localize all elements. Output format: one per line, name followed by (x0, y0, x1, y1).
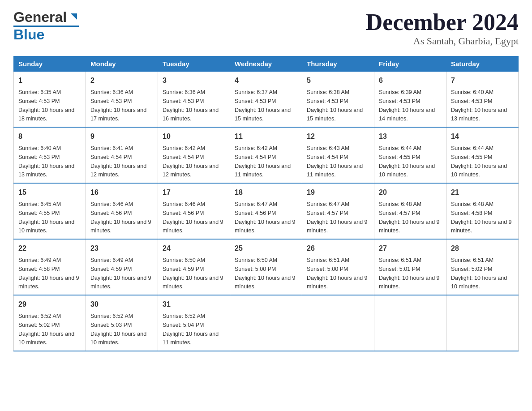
calendar-title: December 2024 (366, 9, 519, 35)
day-sunrise: Sunrise: 6:35 AM (18, 89, 61, 95)
day-number: 23 (90, 243, 153, 254)
calendar-day-cell: 18 Sunrise: 6:47 AM Sunset: 4:56 PM Dayl… (230, 183, 302, 239)
day-number: 27 (379, 243, 442, 254)
day-number: 25 (235, 243, 297, 254)
day-sunset: Sunset: 5:00 PM (307, 266, 348, 272)
day-sunset: Sunset: 4:55 PM (451, 154, 492, 160)
day-number: 3 (163, 75, 225, 86)
day-sunrise: Sunrise: 6:39 AM (379, 89, 421, 95)
calendar-day-cell: 6 Sunrise: 6:39 AM Sunset: 4:53 PM Dayli… (374, 72, 446, 128)
day-sunset: Sunset: 4:53 PM (451, 98, 492, 104)
calendar-day-cell: 3 Sunrise: 6:36 AM Sunset: 4:53 PM Dayli… (158, 72, 230, 128)
calendar-day-cell (374, 295, 446, 351)
day-sunset: Sunset: 4:53 PM (163, 98, 204, 104)
day-sunrise: Sunrise: 6:50 AM (235, 257, 277, 263)
day-number: 19 (307, 187, 369, 198)
day-number: 28 (451, 243, 514, 254)
day-number: 4 (235, 75, 297, 86)
calendar-day-cell: 16 Sunrise: 6:46 AM Sunset: 4:56 PM Dayl… (86, 183, 158, 239)
col-thursday: Thursday (302, 56, 374, 72)
day-daylight: Daylight: 10 hours and 11 minutes. (307, 163, 363, 178)
day-sunset: Sunset: 4:56 PM (90, 210, 132, 216)
calendar-day-cell: 11 Sunrise: 6:42 AM Sunset: 4:54 PM Dayl… (230, 127, 302, 183)
header: General Blue December 2024 As Santah, Gh… (13, 9, 519, 47)
calendar-week-row: 8 Sunrise: 6:40 AM Sunset: 4:53 PM Dayli… (14, 127, 519, 183)
calendar-day-cell: 24 Sunrise: 6:50 AM Sunset: 4:59 PM Dayl… (158, 239, 230, 295)
calendar-day-cell (230, 295, 302, 351)
calendar-day-cell: 20 Sunrise: 6:48 AM Sunset: 4:57 PM Dayl… (374, 183, 446, 239)
day-number: 5 (307, 75, 369, 86)
day-daylight: Daylight: 10 hours and 10 minutes. (451, 163, 507, 178)
calendar-day-cell: 27 Sunrise: 6:51 AM Sunset: 5:01 PM Dayl… (374, 239, 446, 295)
day-daylight: Daylight: 10 hours and 10 minutes. (90, 331, 146, 346)
logo-general-text: General (13, 9, 67, 26)
day-number: 11 (235, 131, 297, 142)
day-sunrise: Sunrise: 6:49 AM (90, 257, 133, 263)
day-sunrise: Sunrise: 6:46 AM (90, 201, 133, 207)
day-daylight: Daylight: 10 hours and 15 minutes. (307, 107, 363, 122)
calendar-day-cell: 1 Sunrise: 6:35 AM Sunset: 4:53 PM Dayli… (14, 72, 86, 128)
day-number: 2 (90, 75, 153, 86)
day-sunrise: Sunrise: 6:40 AM (18, 145, 61, 151)
day-sunrise: Sunrise: 6:44 AM (451, 145, 493, 151)
day-number: 15 (18, 187, 81, 198)
day-sunrise: Sunrise: 6:52 AM (163, 313, 205, 319)
day-sunrise: Sunrise: 6:42 AM (235, 145, 277, 151)
day-sunset: Sunset: 4:56 PM (235, 210, 276, 216)
day-daylight: Daylight: 10 hours and 9 minutes. (163, 219, 223, 234)
col-monday: Monday (86, 56, 158, 72)
calendar-day-cell: 4 Sunrise: 6:37 AM Sunset: 4:53 PM Dayli… (230, 72, 302, 128)
day-number: 9 (90, 131, 153, 142)
day-sunrise: Sunrise: 6:38 AM (307, 89, 349, 95)
day-number: 16 (90, 187, 153, 198)
day-sunrise: Sunrise: 6:46 AM (163, 201, 205, 207)
calendar-week-row: 22 Sunrise: 6:49 AM Sunset: 4:58 PM Dayl… (14, 239, 519, 295)
day-sunrise: Sunrise: 6:51 AM (307, 257, 349, 263)
day-number: 29 (18, 299, 81, 310)
calendar-day-cell (446, 295, 519, 351)
day-daylight: Daylight: 10 hours and 10 minutes. (18, 219, 74, 234)
day-number: 21 (451, 187, 514, 198)
day-daylight: Daylight: 10 hours and 12 minutes. (163, 163, 219, 178)
calendar-day-cell: 10 Sunrise: 6:42 AM Sunset: 4:54 PM Dayl… (158, 127, 230, 183)
calendar-day-cell: 28 Sunrise: 6:51 AM Sunset: 5:02 PM Dayl… (446, 239, 519, 295)
day-daylight: Daylight: 10 hours and 9 minutes. (90, 275, 151, 290)
day-sunset: Sunset: 5:01 PM (379, 266, 420, 272)
calendar-day-cell: 14 Sunrise: 6:44 AM Sunset: 4:55 PM Dayl… (446, 127, 519, 183)
day-sunset: Sunset: 4:54 PM (307, 154, 348, 160)
day-sunrise: Sunrise: 6:45 AM (18, 201, 61, 207)
day-number: 6 (379, 75, 442, 86)
day-daylight: Daylight: 10 hours and 16 minutes. (163, 107, 219, 122)
day-sunset: Sunset: 4:53 PM (18, 154, 60, 160)
day-number: 30 (90, 299, 153, 310)
calendar-day-cell: 7 Sunrise: 6:40 AM Sunset: 4:53 PM Dayli… (446, 72, 519, 128)
day-sunset: Sunset: 5:02 PM (18, 322, 60, 328)
calendar-day-cell: 26 Sunrise: 6:51 AM Sunset: 5:00 PM Dayl… (302, 239, 374, 295)
day-sunset: Sunset: 4:53 PM (379, 98, 420, 104)
calendar-day-cell: 29 Sunrise: 6:52 AM Sunset: 5:02 PM Dayl… (14, 295, 86, 351)
day-sunrise: Sunrise: 6:42 AM (163, 145, 205, 151)
title-area: December 2024 As Santah, Gharbia, Egypt (366, 9, 519, 47)
calendar-day-cell: 23 Sunrise: 6:49 AM Sunset: 4:59 PM Dayl… (86, 239, 158, 295)
day-sunrise: Sunrise: 6:51 AM (379, 257, 421, 263)
calendar-day-cell (302, 295, 374, 351)
day-sunrise: Sunrise: 6:51 AM (451, 257, 493, 263)
svg-marker-0 (71, 13, 77, 20)
day-daylight: Daylight: 10 hours and 9 minutes. (90, 219, 151, 234)
day-sunset: Sunset: 4:58 PM (451, 210, 492, 216)
day-sunset: Sunset: 4:55 PM (18, 210, 60, 216)
day-sunset: Sunset: 4:59 PM (163, 266, 204, 272)
col-saturday: Saturday (446, 56, 519, 72)
day-sunset: Sunset: 4:57 PM (307, 210, 348, 216)
calendar-day-cell: 13 Sunrise: 6:44 AM Sunset: 4:55 PM Dayl… (374, 127, 446, 183)
day-daylight: Daylight: 10 hours and 13 minutes. (451, 107, 507, 122)
day-sunset: Sunset: 4:54 PM (90, 154, 132, 160)
day-sunrise: Sunrise: 6:48 AM (451, 201, 493, 207)
calendar-day-cell: 17 Sunrise: 6:46 AM Sunset: 4:56 PM Dayl… (158, 183, 230, 239)
day-sunrise: Sunrise: 6:47 AM (235, 201, 277, 207)
day-daylight: Daylight: 10 hours and 9 minutes. (235, 219, 296, 234)
calendar-day-cell: 12 Sunrise: 6:43 AM Sunset: 4:54 PM Dayl… (302, 127, 374, 183)
day-sunset: Sunset: 4:53 PM (307, 98, 348, 104)
day-daylight: Daylight: 10 hours and 12 minutes. (90, 163, 146, 178)
calendar-subtitle: As Santah, Gharbia, Egypt (366, 35, 519, 47)
